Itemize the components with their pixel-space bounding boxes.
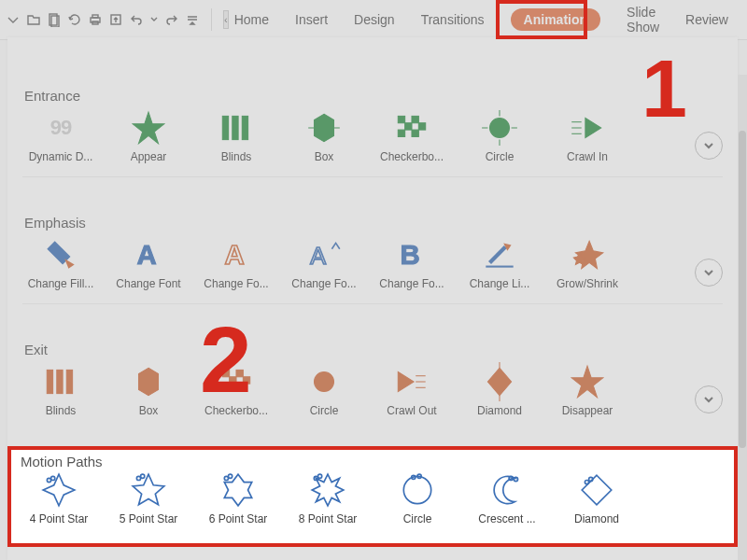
svg-point-19: [490, 119, 510, 138]
section-title-entrance: Entrance: [24, 88, 723, 104]
anim-changefo2[interactable]: AChange Fo...: [286, 238, 362, 290]
svg-rect-38: [47, 370, 52, 393]
svg-point-73: [585, 481, 588, 484]
anim-blinds[interactable]: Blinds: [198, 111, 275, 163]
anim-label: Change Fo...: [204, 277, 268, 290]
svg-marker-6: [133, 112, 164, 144]
svg-text:A: A: [136, 240, 156, 271]
anim-label: Change Fill...: [28, 277, 94, 290]
dropdown-icon[interactable]: [6, 11, 21, 28]
svg-rect-16: [418, 123, 425, 130]
tab-review[interactable]: Review: [685, 12, 728, 27]
section-entrance: Entrance 99Dynamic D... Appear Blinds Bo…: [22, 63, 723, 163]
svg-rect-18: [412, 130, 418, 136]
tab-slideshow[interactable]: Slide Show: [627, 5, 659, 35]
motion-diamond[interactable]: Diamond: [558, 473, 635, 525]
motion-circle[interactable]: Circle: [379, 473, 456, 525]
motion-label: Diamond: [574, 512, 619, 525]
export-icon[interactable]: [108, 11, 123, 28]
motion-crescent[interactable]: Crescent ...: [469, 473, 545, 525]
svg-rect-7: [222, 116, 228, 139]
svg-rect-17: [398, 130, 404, 136]
anim-label: Circle: [486, 150, 514, 163]
anim-label: Disappear: [562, 404, 613, 417]
svg-point-67: [403, 476, 430, 503]
print-icon[interactable]: [88, 11, 103, 28]
dropdown-small-icon[interactable]: [149, 11, 159, 28]
motion-5pt[interactable]: 5 Point Star: [110, 473, 187, 525]
svg-marker-29: [64, 259, 75, 269]
anim-label: Change Fo...: [291, 277, 356, 290]
svg-rect-40: [66, 370, 72, 393]
anim-checker[interactable]: Checkerbo...: [374, 111, 450, 163]
anim-circle[interactable]: Circle: [461, 111, 538, 163]
svg-rect-9: [242, 116, 247, 139]
anim-box[interactable]: Box: [286, 111, 362, 163]
anim-exit-diamond[interactable]: Diamond: [461, 365, 538, 417]
callout-1: 1: [641, 41, 687, 136]
anim-growshrink[interactable]: Grow/Shrink: [549, 238, 626, 290]
motion-label: 6 Point Star: [209, 512, 268, 525]
svg-marker-24: [585, 119, 601, 138]
anim-label: Change Font: [116, 277, 180, 290]
new-icon[interactable]: [47, 11, 62, 28]
svg-point-57: [51, 476, 55, 480]
svg-rect-3: [92, 15, 98, 18]
section-motion-paths: Motion Paths 4 Point Star 5 Point Star 6…: [7, 446, 738, 547]
anim-crawlin[interactable]: Crawl In: [549, 111, 626, 163]
anim-label: Box: [139, 404, 159, 417]
tab-home[interactable]: Home: [234, 12, 269, 27]
tab-design[interactable]: Design: [354, 12, 395, 27]
anim-appear[interactable]: Appear: [110, 111, 187, 163]
anim-changeli[interactable]: Change Li...: [461, 238, 538, 290]
anim-label: Change Li...: [470, 277, 530, 290]
svg-text:B: B: [400, 240, 419, 271]
panel-scrollbar[interactable]: [738, 75, 747, 560]
anim-exit-crawlout[interactable]: Crawl Out: [374, 365, 450, 417]
svg-point-46: [315, 372, 334, 392]
anim-changefo3[interactable]: BChange Fo...: [374, 238, 450, 290]
section-title-motion: Motion Paths: [21, 454, 725, 469]
svg-marker-64: [312, 474, 344, 506]
motion-label: 4 Point Star: [30, 512, 89, 525]
svg-marker-51: [487, 368, 511, 395]
open-icon[interactable]: [26, 11, 41, 28]
motion-label: Circle: [403, 512, 432, 525]
section-title-emphasis: Emphasis: [24, 215, 723, 231]
svg-point-66: [318, 474, 322, 478]
expand-entrance[interactable]: [695, 132, 723, 160]
svg-rect-15: [405, 123, 412, 130]
svg-point-60: [141, 474, 145, 478]
anim-changefo1[interactable]: AChange Fo...: [198, 238, 275, 290]
tab-insert[interactable]: Insert: [295, 12, 328, 27]
undo-icon[interactable]: [129, 11, 144, 28]
anim-dynamic[interactable]: 99Dynamic D...: [22, 111, 99, 163]
section-title-exit: Exit: [24, 342, 723, 357]
svg-point-71: [514, 477, 517, 481]
motion-6pt[interactable]: 6 Point Star: [200, 473, 276, 525]
svg-rect-14: [412, 116, 418, 122]
svg-text:A: A: [310, 244, 326, 270]
more-icon[interactable]: [185, 11, 200, 28]
motion-label: 8 Point Star: [299, 512, 358, 525]
anim-exit-box[interactable]: Box: [110, 365, 187, 417]
redo-icon[interactable]: [164, 11, 179, 28]
motion-4pt[interactable]: 4 Point Star: [21, 473, 97, 525]
anim-changefont[interactable]: AChange Font: [110, 238, 187, 290]
svg-rect-13: [398, 116, 404, 122]
anim-exit-blinds[interactable]: Blinds: [22, 365, 99, 417]
anim-label: Diamond: [477, 404, 522, 417]
motion-8pt[interactable]: 8 Point Star: [289, 473, 366, 525]
svg-rect-39: [57, 370, 63, 393]
scroll-left-button[interactable]: ‹: [223, 10, 229, 29]
svg-marker-10: [315, 114, 334, 141]
expand-emphasis[interactable]: [695, 259, 723, 287]
tab-transitions[interactable]: Transitions: [421, 12, 485, 27]
refresh-icon[interactable]: [67, 11, 82, 28]
svg-marker-54: [571, 366, 603, 398]
anim-label: Appear: [131, 150, 167, 163]
expand-exit[interactable]: [695, 385, 723, 413]
anim-changefill[interactable]: Change Fill...: [22, 238, 99, 290]
anim-exit-disappear[interactable]: Disappear: [549, 365, 626, 417]
anim-exit-circle[interactable]: Circle: [286, 365, 362, 417]
